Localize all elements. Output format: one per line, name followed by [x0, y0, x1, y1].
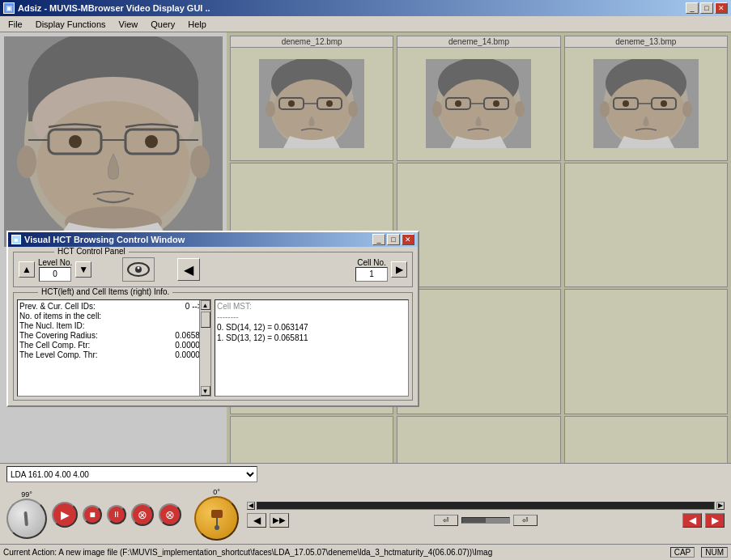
cell-forward-button[interactable]: ▶: [391, 261, 407, 278]
nav-right-buttons: ◀ ▶: [682, 513, 725, 528]
svg-rect-52: [211, 510, 223, 518]
svg-point-35: [493, 100, 499, 107]
hct-window: ■ Visual HCT Browsing Control Window _ □…: [6, 231, 419, 407]
grid-row-1: deneme_12.bmp: [230, 36, 728, 161]
eye-button-container: [122, 257, 155, 282]
grid-cell-3-3[interactable]: [564, 289, 728, 414]
svg-point-45: [623, 100, 629, 107]
scrollbar-up-arrow[interactable]: ▲: [201, 300, 210, 310]
nav-prev-button[interactable]: ◀: [247, 513, 266, 528]
nav-slider-group: ⏎ ⏎: [434, 515, 538, 526]
cell-group: Cell No. ▶: [355, 258, 407, 282]
left-scrollbar[interactable]: ▲ ▼: [199, 300, 210, 396]
degree-label-1: 99°: [21, 490, 32, 498]
info-key-4: The Cell Comp. Ftr:: [19, 341, 90, 350]
app-icon: ▣: [3, 2, 15, 14]
minimize-button[interactable]: _: [686, 2, 699, 14]
menu-file[interactable]: File: [2, 18, 29, 31]
hct-minimize-button[interactable]: _: [372, 234, 385, 245]
eye-icon: [126, 261, 151, 278]
nav-left-buttons: ◀ ▶▶: [247, 513, 289, 528]
nav-next-button[interactable]: ▶▶: [270, 513, 289, 528]
maximize-button[interactable]: □: [700, 2, 713, 14]
svg-point-11: [69, 135, 82, 148]
eject-button[interactable]: ⊗: [159, 503, 181, 526]
status-text: Current Action: A new image file (F:\MUV…: [3, 548, 492, 557]
back-arrow-container: ◀: [177, 258, 200, 281]
hct-close-button[interactable]: ✕: [402, 234, 414, 245]
grid-cell-1-2[interactable]: deneme_14.bmp: [397, 36, 560, 161]
thumb-face-1: [259, 59, 364, 148]
thumb-face-3: [593, 59, 699, 148]
seek-end-button[interactable]: ▶: [716, 502, 725, 510]
eye-button[interactable]: [122, 257, 155, 282]
info-left: Prev. & Cur. Cell IDs: 0 --> 1 No. of it…: [17, 299, 211, 397]
degree-group-2: 0°: [194, 488, 239, 541]
grid-cell-image-1-3: [565, 48, 727, 160]
control-panel: HCT Control Panel ▲ Level No. ▼: [13, 252, 413, 287]
grid-cell-1-1[interactable]: deneme_12.bmp: [230, 36, 393, 161]
grid-cell-image-3-3: [565, 290, 727, 414]
seek-bar-top[interactable]: [257, 502, 715, 510]
svg-point-54: [215, 525, 219, 530]
grid-cell-image-3-2: [397, 290, 559, 414]
info-key-0: Prev. & Cur. Cell IDs:: [19, 302, 96, 311]
slider-left-button[interactable]: ⏎: [434, 515, 458, 526]
hct-window-icon: ■: [11, 235, 21, 244]
info-panel-legend: HCT(left) and Cell Items (right) Info.: [38, 287, 172, 296]
level-up-button[interactable]: ▲: [19, 261, 35, 278]
cell-mst-dashes: --------: [217, 312, 406, 321]
svg-point-15: [190, 146, 210, 178]
hct-window-title: Visual HCT Browsing Control Window: [24, 235, 185, 244]
level-down-button[interactable]: ▼: [75, 261, 91, 278]
cell-input[interactable]: [355, 267, 388, 282]
record-button[interactable]: ⊗: [131, 503, 154, 526]
close-button[interactable]: ✕: [715, 2, 728, 14]
svg-point-36: [432, 101, 442, 117]
control-row: ▲ Level No. ▼: [19, 257, 407, 282]
menu-view[interactable]: View: [113, 18, 145, 31]
lda-dropdown[interactable]: LDA 161.00 4.00 4.00: [6, 466, 257, 482]
seek-start-button[interactable]: ◀: [247, 502, 255, 510]
level-input[interactable]: [39, 267, 71, 282]
cell-label: Cell No.: [357, 258, 386, 267]
svg-point-46: [661, 100, 667, 107]
grid-cell-3-2[interactable]: [397, 289, 560, 414]
knob-icon: [205, 507, 229, 531]
volume-slider[interactable]: [461, 517, 510, 524]
menu-query[interactable]: Query: [144, 18, 181, 31]
info-right: Cell MST: -------- 0. SD(14, 12) = 0.063…: [215, 299, 409, 397]
slider-right-button[interactable]: ⏎: [513, 515, 538, 526]
play-button[interactable]: ▶: [52, 502, 78, 528]
dropdown-row: LDA 161.00 4.00 4.00: [0, 464, 731, 485]
grid-cell-image-1-2: [397, 48, 559, 160]
scrollbar-thumb[interactable]: [201, 312, 210, 328]
degree-knob-2[interactable]: [194, 496, 239, 541]
nav-fwd-red-button[interactable]: ▶: [705, 513, 725, 528]
hct-maximize-button[interactable]: □: [387, 234, 400, 245]
large-face-svg: [4, 36, 223, 247]
degree-knob-1[interactable]: [6, 498, 47, 539]
cell-mst-item-1: 1. SD(13, 12) = 0.065811: [217, 333, 406, 342]
menu-display-functions[interactable]: Display Functions: [29, 18, 113, 31]
menu-help[interactable]: Help: [181, 18, 213, 31]
hct-title-buttons: _ □ ✕: [372, 234, 414, 245]
stop-button[interactable]: ■: [83, 505, 102, 524]
svg-point-37: [515, 101, 525, 117]
status-right: CAP NUM: [670, 547, 728, 558]
large-image: [4, 36, 223, 247]
num-badge: NUM: [701, 547, 728, 558]
nav-back-red-button[interactable]: ◀: [682, 513, 702, 528]
title-bar: ▣ Adsiz - MUVIS-MBrowser Video Display G…: [0, 0, 731, 16]
scrollbar-down-arrow[interactable]: ▼: [201, 386, 210, 396]
back-arrow-button[interactable]: ◀: [177, 258, 200, 281]
grid-cell-1-3[interactable]: deneme_13.bmp: [564, 36, 728, 161]
info-row-1: No. of items in the cell: 3: [19, 312, 209, 320]
svg-point-25: [266, 101, 275, 117]
grid-cell-label-1-1: deneme_12.bmp: [231, 36, 393, 48]
svg-point-26: [348, 101, 358, 117]
grid-cell-2-3[interactable]: [564, 163, 728, 288]
grid-cell-2-2[interactable]: [397, 163, 560, 288]
status-bar: Current Action: A new image file (F:\MUV…: [0, 544, 731, 560]
pause-button[interactable]: ⏸: [107, 505, 126, 524]
